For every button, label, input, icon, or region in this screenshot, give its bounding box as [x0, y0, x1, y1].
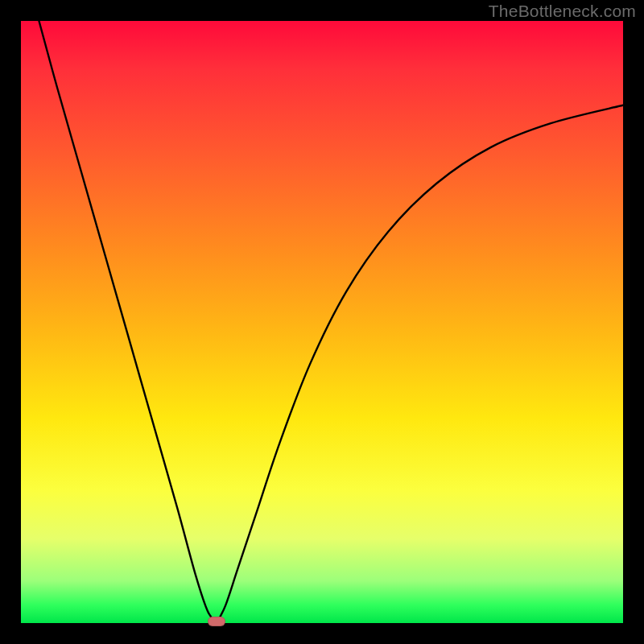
chart-frame: TheBottleneck.com — [0, 0, 644, 644]
watermark-text: TheBottleneck.com — [489, 2, 636, 21]
bottleneck-curve-left — [39, 21, 217, 623]
bottleneck-curve-right — [217, 105, 623, 623]
dip-marker — [208, 617, 225, 626]
plot-area — [21, 21, 623, 623]
curve-svg — [21, 21, 623, 623]
